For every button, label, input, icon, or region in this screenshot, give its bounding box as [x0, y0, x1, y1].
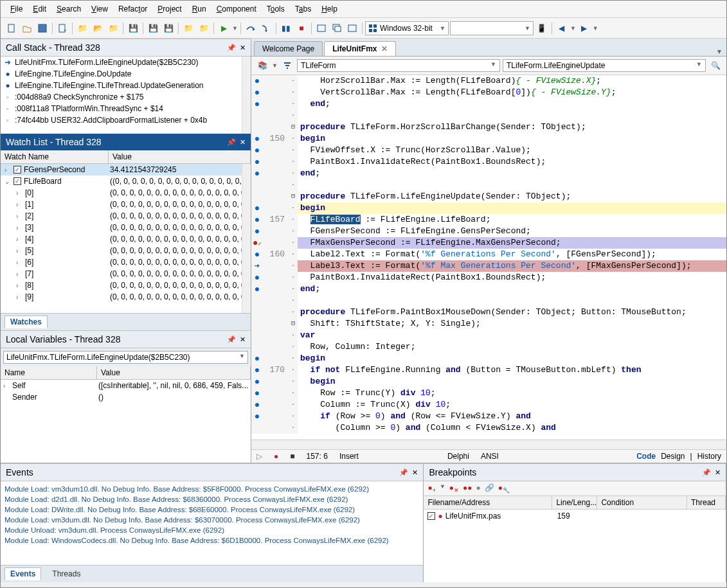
add-file-icon[interactable]: +	[55, 21, 69, 35]
expander-icon[interactable]: ›	[16, 201, 22, 208]
folder-add-icon[interactable]: 📁	[106, 21, 120, 35]
save-project-icon[interactable]: 💾	[146, 21, 160, 35]
pin-icon[interactable]: 📌	[227, 44, 236, 52]
debug-record-icon[interactable]: ●	[274, 452, 278, 461]
watch-col-value[interactable]: Value	[109, 150, 251, 163]
open-file-icon[interactable]	[20, 21, 34, 35]
delete-breakpoint-icon[interactable]: ●✕	[449, 483, 459, 494]
menu-refactor[interactable]: Refactor	[114, 3, 152, 15]
watch-row[interactable]: ›[6](0, 0, 0, 0, 0, 0, 0, 0, 0, 0, 0, 0,…	[1, 256, 251, 268]
locals-context-combo[interactable]: LifeUnitFmx.TLifeForm.LifeEngineUpdate($…	[3, 351, 248, 364]
stop-icon[interactable]: ■	[294, 21, 309, 35]
watch-col-name[interactable]: Watch Name	[1, 150, 109, 163]
menu-tools[interactable]: Tools	[262, 3, 289, 15]
search-icon[interactable]: 🔍	[708, 58, 723, 73]
view-tab-history[interactable]: History	[697, 452, 721, 461]
bp-enabled-checkbox[interactable]: ✓	[427, 512, 435, 520]
close-icon[interactable]: ✕	[240, 335, 246, 344]
tab-threads[interactable]: Threads	[46, 567, 86, 580]
tab-watches[interactable]: Watches	[4, 316, 48, 328]
callstack-row[interactable]: ◦:74fc44bb USER32.AddClipboardFormatList…	[1, 114, 251, 126]
nav-books-icon[interactable]: 📚	[255, 58, 269, 73]
back-icon[interactable]: ◀	[555, 21, 569, 35]
close-icon[interactable]: ✕	[715, 468, 721, 477]
callstack-row[interactable]: ➔LifeUnitFmx.TLifeForm.LifeEngineUpdate(…	[1, 57, 251, 68]
menu-file[interactable]: File	[6, 3, 27, 15]
class-combo[interactable]: TLifeForm▼	[297, 59, 500, 72]
save-all-icon[interactable]: 💾	[126, 21, 140, 35]
tab-welcome[interactable]: Welcome Page	[254, 41, 323, 56]
code-editor[interactable]: ●· HorzScrollBar.Max := Length(FLifeBoar…	[251, 75, 726, 440]
watch-row[interactable]: ›[8](0, 0, 0, 0, 0, 0, 0, 0, 0, 0, 0, 0,…	[1, 280, 251, 291]
method-combo[interactable]: TLifeForm.LifeEngineUpdate▼	[503, 59, 706, 72]
menu-view[interactable]: View	[87, 3, 112, 15]
watch-checkbox[interactable]: ✓	[13, 166, 21, 174]
pin-icon[interactable]: 📌	[702, 468, 711, 477]
chevron-down-icon[interactable]: ▾	[717, 47, 721, 56]
debug-run-icon[interactable]: ▷	[256, 452, 262, 461]
close-tab-icon[interactable]: ✕	[381, 44, 388, 53]
run-icon[interactable]: ▶	[217, 21, 231, 35]
expander-icon[interactable]	[3, 394, 10, 401]
watch-row[interactable]: ›[2](0, 0, 0, 0, 0, 0, 0, 0, 0, 0, 0, 0,…	[1, 210, 251, 222]
scrollbar[interactable]	[242, 57, 251, 134]
forward-icon[interactable]: ▶	[577, 21, 591, 35]
watch-row[interactable]: ›[3](0, 0, 0, 0, 0, 0, 0, 0, 0, 0, 0, 0,…	[1, 222, 251, 233]
view-tab-design[interactable]: Design	[661, 452, 685, 461]
step-over-icon[interactable]	[244, 21, 258, 35]
menu-help[interactable]: Help	[317, 3, 342, 15]
watch-row[interactable]: ›✓FGensPerSecond34.4121543729245	[1, 164, 251, 175]
tab-lifeunitfmx[interactable]: LifeUnitFmx✕	[324, 41, 395, 56]
device-combo[interactable]: ▼	[450, 21, 534, 35]
watch-checkbox[interactable]: ✓	[13, 177, 21, 185]
window-icon[interactable]	[314, 21, 328, 35]
folder-project-icon[interactable]: 📁	[181, 21, 195, 35]
bp-col-condition[interactable]: Condition	[597, 496, 687, 509]
expander-icon[interactable]: ›	[16, 213, 22, 220]
save-project-as-icon[interactable]: 💾	[161, 21, 175, 35]
step-into-icon[interactable]	[259, 21, 273, 35]
delete-all-breakpoints-icon[interactable]: ●●	[463, 483, 472, 494]
callstack-row[interactable]: ◦:004d88a9 CheckSynchronize + $175	[1, 91, 251, 103]
watch-row[interactable]: ›[4](0, 0, 0, 0, 0, 0, 0, 0, 0, 0, 0, 0,…	[1, 233, 251, 245]
pin-icon[interactable]: 📌	[399, 468, 408, 477]
tab-events[interactable]: Events	[4, 567, 41, 580]
close-icon[interactable]: ✕	[240, 138, 246, 147]
new-file-icon[interactable]	[4, 21, 19, 35]
callstack-row[interactable]: ◦:008f11a8 TPlatformWin.ThreadSync + $14	[1, 103, 251, 114]
folder-open-icon[interactable]: 📂	[91, 21, 105, 35]
locals-col-value[interactable]: Value	[97, 366, 251, 379]
bp-col-file[interactable]: Filename/Address	[424, 496, 552, 509]
menu-edit[interactable]: Edit	[28, 3, 51, 15]
expander-icon[interactable]: ›	[16, 259, 22, 266]
expander-icon[interactable]: ›	[16, 236, 22, 243]
debug-stop-icon[interactable]: ■	[290, 452, 294, 461]
folder-icon[interactable]: 📁	[75, 21, 89, 35]
horizontal-scrollbar[interactable]	[251, 440, 726, 449]
expander-icon[interactable]: ›	[16, 294, 22, 301]
callstack-row[interactable]: ●LifeEngine.TLifeEngine.TLifeThread.Upda…	[1, 80, 251, 91]
watch-row[interactable]: ›[9](0, 0, 0, 0, 0, 0, 0, 0, 0, 0, 0, 0,…	[1, 291, 251, 303]
expander-icon[interactable]: ›	[16, 190, 22, 197]
menu-component[interactable]: Component	[212, 3, 261, 15]
bp-col-thread[interactable]: Thread	[687, 496, 726, 509]
menu-tabs[interactable]: Tabs	[291, 3, 316, 15]
close-icon[interactable]: ✕	[240, 44, 246, 52]
device-icon[interactable]: 📱	[535, 21, 549, 35]
callstack-row[interactable]: ●LifeEngine.TLifeEngine.DoUpdate	[1, 68, 251, 80]
nav-filter-icon[interactable]	[280, 58, 294, 73]
properties-breakpoint-icon[interactable]: ●🔧	[498, 483, 510, 494]
menu-search[interactable]: Search	[52, 3, 85, 15]
enable-breakpoint-icon[interactable]: ●	[476, 483, 481, 494]
local-var-row[interactable]: Sender()	[1, 391, 251, 403]
scrollbar[interactable]	[242, 164, 251, 313]
menu-project[interactable]: Project	[153, 3, 186, 15]
pin-icon[interactable]: 📌	[227, 138, 236, 147]
window2-icon[interactable]	[330, 21, 344, 35]
expander-icon[interactable]: ›	[16, 282, 22, 289]
group-breakpoint-icon[interactable]: 🔗	[485, 483, 494, 494]
platform-combo[interactable]: Windows 32-bit ▼	[365, 21, 449, 35]
save-icon[interactable]	[35, 21, 49, 35]
add-breakpoint-icon[interactable]: ●+	[427, 483, 436, 494]
view-tab-code[interactable]: Code	[636, 452, 656, 461]
